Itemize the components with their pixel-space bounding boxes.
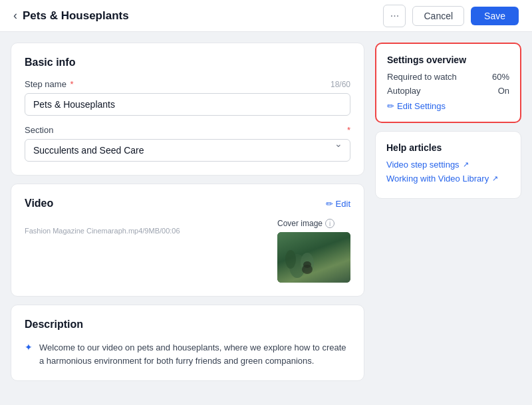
- section-label: Section *: [25, 125, 350, 135]
- header-right: ··· Cancel Save: [383, 5, 519, 27]
- settings-overview-title: Settings overview: [387, 55, 509, 65]
- video-metadata: Fashion Magazine Cinemaraph.mp4/9MB/00:0…: [25, 227, 269, 235]
- char-count: 18/60: [331, 80, 350, 89]
- description-card: Description ✦ Welcome to our video on pe…: [11, 305, 364, 381]
- step-name-group: Step name * 18/60: [25, 79, 350, 116]
- external-link-icon-1: ↗: [492, 174, 498, 183]
- sparkle-icon: ✦: [25, 342, 33, 352]
- edit-settings-button[interactable]: ✏ Edit Settings: [387, 101, 509, 111]
- info-icon[interactable]: i: [325, 219, 334, 228]
- cover-image[interactable]: [277, 232, 350, 283]
- help-link-video-library[interactable]: Working with Video Library ↗: [386, 174, 510, 184]
- description-text: Welcome to our video on pets and housepl…: [39, 341, 350, 367]
- more-options-button[interactable]: ···: [383, 5, 406, 27]
- cover-image-area: Cover image i: [277, 219, 350, 283]
- description-title: Description: [25, 319, 350, 331]
- edit-icon: ✏: [326, 199, 333, 209]
- external-link-icon-0: ↗: [463, 160, 469, 169]
- basic-info-card: Basic info Step name * 18/60 Section *: [11, 43, 364, 176]
- help-articles-title: Help articles: [386, 142, 510, 153]
- required-to-watch-label: Required to watch: [387, 72, 457, 82]
- page-title: Pets & Houseplants: [23, 9, 129, 23]
- step-name-label-row: Step name * 18/60: [25, 79, 350, 89]
- autoplay-label: Autoplay: [387, 86, 421, 96]
- header-left: ‹ Pets & Houseplants: [13, 9, 129, 23]
- video-content: Fashion Magazine Cinemaraph.mp4/9MB/00:0…: [25, 219, 350, 283]
- basic-info-title: Basic info: [25, 57, 350, 68]
- svg-point-21: [285, 250, 296, 269]
- autoplay-value: On: [498, 86, 509, 96]
- section-required-asterisk: *: [347, 125, 350, 135]
- left-column: Basic info Step name * 18/60 Section *: [11, 43, 364, 381]
- section-select[interactable]: Succulents and Seed Care: [25, 139, 350, 162]
- required-to-watch-value: 60%: [492, 72, 509, 82]
- help-articles-card: Help articles Video step settings ↗ Work…: [375, 131, 521, 199]
- cancel-button[interactable]: Cancel: [412, 6, 464, 26]
- description-content: ✦ Welcome to our video on pets and house…: [25, 341, 350, 367]
- video-card: Video ✏ Edit: [11, 184, 364, 297]
- help-link-video-step-settings[interactable]: Video step settings ↗: [386, 160, 510, 170]
- required-to-watch-row: Required to watch 60%: [387, 72, 509, 82]
- header: ‹ Pets & Houseplants ··· Cancel Save: [0, 0, 532, 32]
- back-arrow-icon[interactable]: ‹: [13, 9, 17, 23]
- save-button[interactable]: Save: [471, 7, 519, 25]
- edit-video-button[interactable]: ✏ Edit: [326, 199, 350, 209]
- video-section-title: Video: [25, 198, 53, 209]
- cover-image-label: Cover image i: [277, 219, 350, 228]
- required-asterisk: *: [70, 79, 74, 89]
- step-name-input[interactable]: [25, 93, 350, 116]
- autoplay-row: Autoplay On: [387, 86, 509, 96]
- cover-image-detail: [284, 246, 317, 279]
- pencil-icon: ✏: [387, 101, 394, 111]
- section-group: Section * Succulents and Seed Care ⌄: [25, 125, 350, 162]
- video-card-header: Video ✏ Edit: [25, 198, 350, 209]
- svg-point-23: [303, 261, 311, 268]
- dots-icon: ···: [390, 10, 399, 22]
- main-layout: Basic info Step name * 18/60 Section *: [0, 32, 532, 392]
- step-name-label: Step name *: [25, 79, 74, 89]
- right-column: Settings overview Required to watch 60% …: [375, 43, 521, 199]
- settings-overview-card: Settings overview Required to watch 60% …: [375, 43, 521, 123]
